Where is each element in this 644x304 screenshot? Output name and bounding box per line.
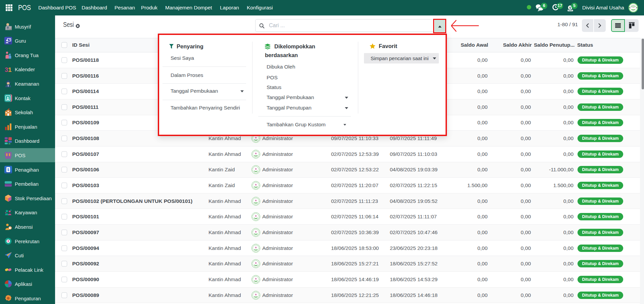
- svg-text:1: 1: [8, 66, 12, 73]
- svg-text:$: $: [7, 168, 9, 171]
- svg-text:3: 3: [5, 66, 8, 73]
